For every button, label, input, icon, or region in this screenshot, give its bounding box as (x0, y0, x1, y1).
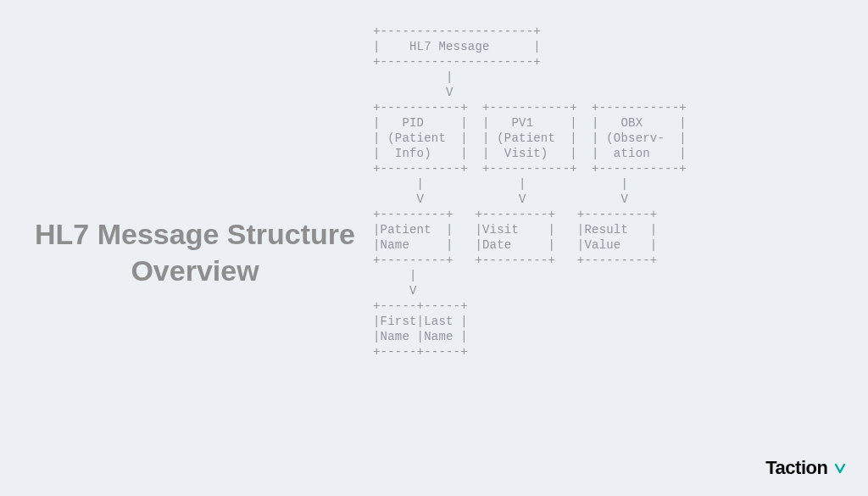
brand-text: Taction (765, 457, 827, 478)
brand-accent-icon (834, 457, 846, 479)
page-title: HL7 Message Structure Overview (25, 216, 364, 288)
brand-logo: Taction (765, 457, 846, 479)
hl7-structure-diagram: +---------------------+ | HL7 Message | … (373, 24, 687, 359)
